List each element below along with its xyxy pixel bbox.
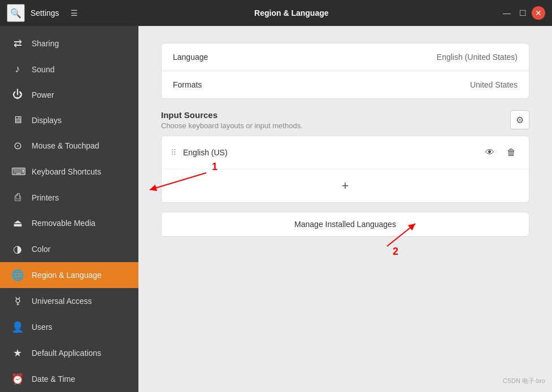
- eye-icon: 👁: [485, 147, 494, 158]
- search-button[interactable]: 🔍: [7, 4, 25, 22]
- sidebar-label-displays: Displays: [32, 116, 62, 125]
- sidebar-label-removable-media: Removable Media: [32, 219, 95, 228]
- sidebar-icon-color: ◑: [11, 243, 24, 255]
- language-label: Language: [173, 53, 208, 62]
- sidebar-label-date-time: Date & Time: [32, 374, 75, 384]
- input-sources-header: Input Sources Choose keyboard layouts or…: [161, 110, 529, 130]
- window-title: Region & Language: [83, 8, 500, 18]
- input-source-name: English (US): [183, 148, 481, 157]
- input-source-english-us-row: ⠿ English (US) 👁 🗑: [162, 136, 529, 169]
- sidebar-item-power[interactable]: ⏻Power: [0, 82, 138, 107]
- menu-icon: ☰: [71, 8, 78, 18]
- sidebar-item-mouse-touchpad[interactable]: ⊙Mouse & Touchpad: [0, 133, 138, 159]
- gear-icon: ⚙: [516, 115, 524, 125]
- sidebar: ⇄Sharing♪Sound⏻Power🖥Displays⊙Mouse & To…: [0, 26, 138, 392]
- add-input-source-row: +: [162, 169, 529, 202]
- remove-input-source-button[interactable]: 🗑: [503, 144, 520, 161]
- sidebar-icon-keyboard-shortcuts: ⌨: [11, 165, 24, 178]
- sidebar-icon-users: 👤: [11, 321, 24, 333]
- sidebar-item-color[interactable]: ◑Color: [0, 236, 138, 262]
- sidebar-label-power: Power: [32, 90, 54, 99]
- sidebar-label-universal-access: Universal Access: [32, 297, 92, 306]
- sidebar-icon-sharing: ⇄: [11, 37, 24, 50]
- sidebar-item-sound[interactable]: ♪Sound: [0, 56, 138, 82]
- formats-value: United States: [470, 80, 518, 89]
- titlebar: 🔍 Settings ☰ Region & Language — ☐ ✕: [0, 0, 552, 26]
- formats-label: Formats: [173, 80, 202, 89]
- add-icon: +: [342, 178, 349, 193]
- input-sources-title-block: Input Sources Choose keyboard layouts or…: [161, 110, 303, 130]
- sidebar-item-universal-access[interactable]: ☿Universal Access: [0, 288, 138, 314]
- input-sources-title: Input Sources: [161, 110, 303, 120]
- drag-handle-icon[interactable]: ⠿: [171, 148, 176, 157]
- input-sources-subtitle: Choose keyboard layouts or input methods…: [161, 121, 303, 130]
- sidebar-item-users[interactable]: 👤Users: [0, 314, 138, 340]
- svg-text:2: 2: [393, 246, 398, 257]
- add-input-source-button[interactable]: +: [337, 177, 354, 194]
- titlebar-right: — ☐ ✕: [500, 6, 545, 20]
- sidebar-icon-power: ⏻: [11, 89, 24, 101]
- sidebar-icon-mouse-touchpad: ⊙: [11, 140, 24, 152]
- sidebar-icon-sound: ♪: [11, 63, 24, 75]
- sidebar-label-color: Color: [32, 245, 50, 254]
- sidebar-label-region-language: Region & Language: [32, 271, 102, 280]
- sidebar-icon-displays: 🖥: [11, 114, 24, 126]
- sidebar-item-removable-media[interactable]: ⏏Removable Media: [0, 210, 138, 236]
- sidebar-icon-printers: ⎙: [11, 191, 24, 203]
- titlebar-left: 🔍 Settings ☰: [7, 4, 83, 22]
- sidebar-icon-universal-access: ☿: [11, 295, 24, 307]
- language-value: English (United States): [437, 53, 518, 62]
- language-row: Language English (United States): [162, 43, 529, 71]
- sidebar-item-keyboard-shortcuts[interactable]: ⌨Keyboard Shortcuts: [0, 159, 138, 185]
- main-layout: ⇄Sharing♪Sound⏻Power🖥Displays⊙Mouse & To…: [0, 26, 552, 392]
- sidebar-icon-region-language: 🌐: [11, 269, 24, 281]
- sidebar-item-sharing[interactable]: ⇄Sharing: [0, 31, 138, 56]
- input-sources-card: ⠿ English (US) 👁 🗑 +: [161, 136, 529, 203]
- menu-button[interactable]: ☰: [66, 5, 83, 21]
- sidebar-item-date-time[interactable]: ⏰Date & Time: [0, 366, 138, 392]
- sidebar-label-sound: Sound: [32, 65, 54, 74]
- sidebar-label-mouse-touchpad: Mouse & Touchpad: [32, 141, 99, 150]
- sidebar-icon-date-time: ⏰: [11, 373, 24, 385]
- close-button[interactable]: ✕: [532, 6, 545, 20]
- manage-installed-languages-button[interactable]: Manage Installed Languages: [161, 212, 529, 237]
- formats-row: Formats United States: [162, 71, 529, 98]
- sidebar-item-region-language[interactable]: 🌐Region & Language: [0, 262, 138, 288]
- sidebar-item-default-applications[interactable]: ★Default Applications: [0, 340, 138, 366]
- content-area: Language English (United States) Formats…: [138, 26, 552, 392]
- sidebar-label-keyboard-shortcuts: Keyboard Shortcuts: [32, 167, 101, 176]
- search-icon: 🔍: [10, 8, 21, 19]
- close-icon: ✕: [535, 8, 542, 18]
- sidebar-label-default-applications: Default Applications: [32, 349, 101, 358]
- sidebar-icon-default-applications: ★: [11, 347, 24, 359]
- sidebar-item-printers[interactable]: ⎙Printers: [0, 185, 138, 210]
- sidebar-label-users: Users: [32, 323, 53, 332]
- minimize-button[interactable]: —: [500, 6, 514, 20]
- maximize-icon: ☐: [519, 8, 527, 18]
- app-name: Settings: [31, 8, 59, 18]
- sidebar-label-printers: Printers: [32, 193, 59, 202]
- sidebar-icon-removable-media: ⏏: [11, 217, 24, 229]
- minimize-icon: —: [503, 8, 511, 18]
- input-sources-settings-button[interactable]: ⚙: [510, 110, 529, 129]
- language-formats-card: Language English (United States) Formats…: [161, 43, 529, 99]
- trash-icon: 🗑: [507, 147, 516, 158]
- maximize-button[interactable]: ☐: [516, 6, 529, 20]
- input-source-actions: 👁 🗑: [481, 144, 520, 161]
- preview-input-source-button[interactable]: 👁: [481, 144, 498, 161]
- sidebar-item-displays[interactable]: 🖥Displays: [0, 107, 138, 133]
- sidebar-label-sharing: Sharing: [32, 39, 59, 48]
